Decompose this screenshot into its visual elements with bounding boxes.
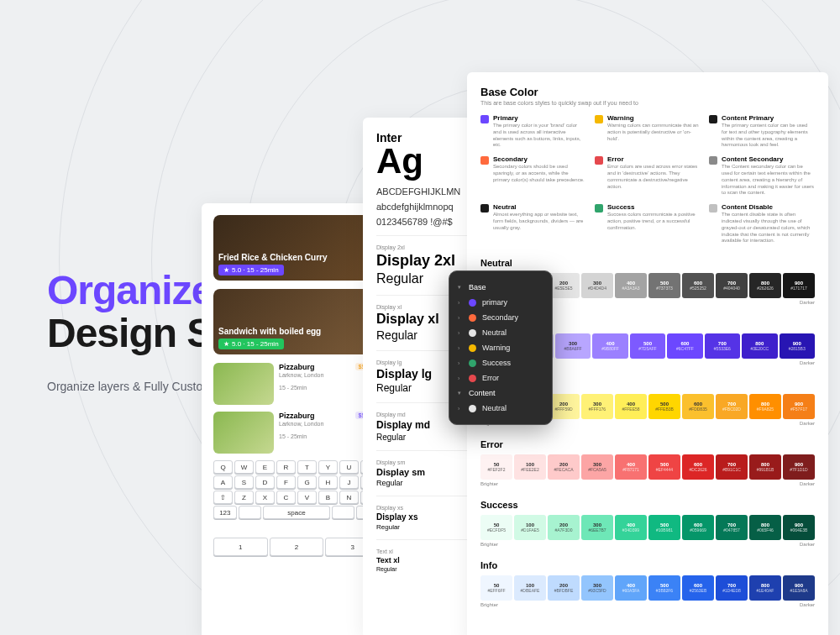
color-chip[interactable]: 700#1D4ED8 [716, 575, 748, 601]
color-chip[interactable]: 700#FBC02D [716, 394, 748, 419]
keyboard-key[interactable]: H [318, 475, 338, 489]
keyboard-key[interactable]: T [297, 460, 317, 474]
color-chip[interactable]: 600#FDD835 [682, 394, 714, 419]
color-chip[interactable]: 300#FFF176 [581, 394, 613, 419]
color-chip[interactable]: 900#064E3B [783, 515, 815, 540]
popover-item[interactable]: ›Error [456, 370, 545, 386]
color-chip[interactable]: 400#A3A3A3 [615, 273, 647, 298]
color-chip[interactable]: 300#6EE7B7 [581, 515, 613, 540]
color-chip[interactable]: 600#2563EB [682, 575, 714, 601]
keyboard-key[interactable]: A [213, 475, 233, 489]
keyboard-key[interactable] [239, 506, 262, 519]
popover-item[interactable]: ›Neutral [456, 401, 545, 416]
keyboard-key[interactable]: ⇧ [213, 491, 233, 504]
keyboard-key[interactable]: G [297, 475, 317, 489]
legend-name: Content Primary [722, 114, 815, 122]
legend-name: Content Disable [722, 203, 815, 211]
keyboard-key[interactable]: D [255, 475, 275, 489]
color-chip[interactable]: 50#EFF6FF [480, 575, 512, 601]
color-chip[interactable]: 700#047857 [716, 515, 748, 540]
keyboard-key[interactable]: X [255, 491, 275, 504]
color-chip[interactable]: 500#10B981 [648, 515, 680, 540]
color-chip[interactable]: 400#FFEE58 [615, 394, 647, 419]
color-chip[interactable]: 200#A7F3D0 [548, 515, 580, 540]
color-chip[interactable]: 50#ECFDF5 [480, 515, 512, 540]
color-chip[interactable]: 700#404040 [716, 273, 748, 298]
food-card[interactable]: Fried Rice & Chicken Curry ★ 5.0 · 15 - … [213, 215, 380, 281]
color-chip[interactable]: 700#B91C1C [716, 454, 748, 480]
keyboard-key[interactable]: Q [213, 460, 233, 474]
keyboard-key[interactable]: F [276, 475, 296, 489]
list-item[interactable]: Pizzaburg Larknow, London 15 - 25min $$ … [213, 412, 380, 454]
numpad-key[interactable]: 2 [270, 538, 324, 556]
ramp-darker: Darker [800, 421, 815, 426]
legend-item: Content Disable The content disable stat… [709, 203, 815, 244]
food-card[interactable]: Sandwich with boiled egg ★ 5.0 · 15 - 25… [213, 289, 380, 354]
color-chip[interactable]: 100#DBEAFE [514, 575, 546, 601]
ramp-darker: Darker [800, 360, 815, 365]
keyboard-key[interactable]: space [263, 506, 329, 519]
colors-subtitle: This are base colors styles to quickly s… [480, 100, 815, 106]
color-chip[interactable]: 800#3E20CC [742, 333, 777, 359]
color-chip[interactable]: 400#60A5FA [615, 575, 647, 601]
color-chip[interactable]: 300#93C5FD [581, 575, 613, 601]
color-ramp: Info 50#EFF6FF100#DBEAFE200#BFDBFE300#93… [480, 560, 815, 607]
numpad-key[interactable]: 1 [213, 538, 268, 556]
popover-item[interactable]: ›Secondary [456, 310, 545, 325]
popover-item[interactable]: ›primary [456, 295, 545, 310]
keyboard-key[interactable]: 123 [213, 506, 237, 519]
keyboard-key[interactable]: U [339, 460, 359, 474]
color-chip[interactable]: 500#3B82F6 [648, 575, 680, 601]
color-chip[interactable]: 300#D4D4D4 [581, 273, 613, 298]
color-chip[interactable]: 500#737373 [648, 273, 680, 298]
color-chip[interactable]: 300#FCA5A5 [581, 454, 613, 480]
keyboard-key[interactable] [332, 506, 355, 519]
keyboard-key[interactable]: Z [234, 491, 254, 504]
color-chip[interactable]: 200#FECACA [548, 454, 580, 480]
color-chip[interactable]: 800#F9A825 [749, 394, 781, 419]
color-chip[interactable]: 800#991B1B [749, 454, 781, 480]
keyboard-key[interactable]: W [234, 460, 254, 474]
legend-item: Secondary Secondary colors should be use… [480, 155, 586, 197]
color-chip[interactable]: 600#059669 [682, 515, 714, 540]
color-chip[interactable]: 700#5533E6 [705, 333, 740, 359]
keyboard-key[interactable]: Y [318, 460, 338, 474]
color-chip[interactable]: 600#6C47FF [667, 333, 702, 359]
keyboard-key[interactable]: V [297, 491, 317, 504]
color-legend: Primary The primary color is your 'brand… [480, 114, 815, 244]
keyboard-key[interactable]: R [276, 460, 296, 474]
keyboard-key[interactable]: E [255, 460, 275, 474]
color-chip[interactable]: 500#EF4444 [648, 454, 680, 480]
color-chip[interactable]: 300#B8A6FF [555, 333, 591, 359]
keyboard-key[interactable]: B [318, 491, 338, 504]
keyboard-key[interactable]: C [276, 491, 296, 504]
color-popover[interactable]: ▾Base›primary›Secondary›Neutral›Warning›… [449, 270, 553, 425]
popover-item[interactable]: ›Success [456, 355, 545, 370]
color-chip[interactable]: 900#1E3A8A [783, 575, 815, 601]
color-chip[interactable]: 600#DC2626 [682, 454, 714, 480]
color-chip[interactable]: 800#1E40AF [749, 575, 781, 601]
popover-item[interactable]: ›Warning [456, 340, 545, 355]
color-chip[interactable]: 200#BFDBFE [548, 575, 580, 601]
color-chip[interactable]: 800#065F46 [749, 515, 781, 540]
color-swatch [595, 204, 603, 213]
color-chip[interactable]: 900#2815B3 [780, 333, 815, 359]
color-chip[interactable]: 500#7D5AFF [630, 333, 665, 359]
color-chip[interactable]: 600#525252 [682, 273, 714, 298]
color-chip[interactable]: 900#7F1D1D [783, 454, 815, 480]
color-chip[interactable]: 400#34D399 [615, 515, 647, 540]
color-chip[interactable]: 900#171717 [783, 273, 815, 298]
color-chip[interactable]: 50#FEF2F2 [480, 454, 512, 480]
keyboard-key[interactable]: N [339, 491, 359, 504]
keyboard-key[interactable]: J [339, 475, 359, 489]
color-chip[interactable]: 100#D1FAE5 [514, 515, 546, 540]
color-chip[interactable]: 100#FEE2E2 [514, 454, 546, 480]
color-chip[interactable]: 500#FFEB3B [648, 394, 680, 419]
color-chip[interactable]: 400#F87171 [615, 454, 647, 480]
color-chip[interactable]: 400#9B80FF [592, 333, 627, 359]
color-chip[interactable]: 800#262626 [749, 273, 781, 298]
keyboard-key[interactable]: S [234, 475, 254, 489]
list-item[interactable]: Pizzaburg Larknow, London 15 - 25min $$ … [213, 363, 380, 405]
color-chip[interactable]: 900#F57F17 [783, 394, 815, 419]
popover-item[interactable]: ›Neutral [456, 325, 545, 340]
